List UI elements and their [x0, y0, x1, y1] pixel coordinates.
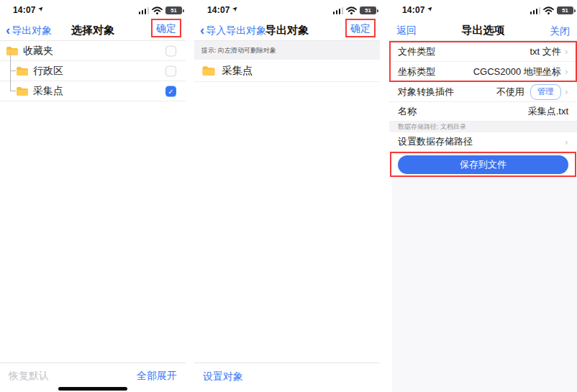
confirm-highlight-box: 确定: [151, 19, 181, 37]
battery-icon: 51: [557, 6, 573, 14]
tree-item-label: 采集点: [33, 85, 63, 98]
cellular-signal-icon: [530, 7, 541, 14]
row-coordinate-type[interactable]: 坐标类型 CGCS2000 地理坐标 ›: [389, 62, 577, 82]
checkbox-collect-points[interactable]: ✓: [165, 86, 176, 96]
tree-row-districts[interactable]: 行政区: [0, 61, 186, 81]
chevron-right-icon: ›: [565, 86, 568, 97]
row-label: 设置数据存储路径: [398, 135, 473, 148]
folder-icon: [201, 65, 216, 76]
status-icons: 51: [333, 6, 377, 14]
screen-export-objects: 14:07 ➤ 51 ‹ 导入导出对象 导出对象 确定 提示: 向左滑动可删除对…: [194, 0, 380, 392]
status-bar: 14:07 ➤ 51: [0, 0, 186, 20]
row-set-storage-path[interactable]: 设置数据存储路径 ›: [389, 132, 577, 152]
row-label: 文件类型: [398, 45, 435, 58]
nav-bar: 返回 导出选项 关闭: [389, 20, 577, 41]
tree-item-label: 收藏夹: [23, 45, 53, 58]
clock: 14:07: [207, 5, 230, 15]
tree-connector-line: [10, 53, 11, 91]
battery-icon: 51: [165, 6, 182, 14]
background-area: [392, 177, 577, 392]
row-label: 坐标类型: [398, 65, 435, 78]
page-title: 导出选项: [389, 24, 577, 37]
save-to-file-button[interactable]: 保存到文件: [398, 155, 568, 174]
checkbox-favorites[interactable]: [165, 45, 176, 56]
folder-icon: [16, 66, 29, 76]
nav-bar: ‹ 导出对象 选择对象 确定: [0, 20, 186, 41]
tree-item-label: 行政区: [33, 65, 63, 78]
chevron-right-icon: ›: [565, 66, 568, 77]
swipe-hint-text: 提示: 向左滑动可删除对象: [201, 46, 276, 55]
home-indicator: [58, 387, 127, 391]
row-name[interactable]: 名称 采集点.txt: [389, 102, 577, 122]
expand-all-button[interactable]: 全部展开: [137, 370, 177, 383]
row-value: txt 文件: [530, 45, 560, 58]
tree-connector-tick: [10, 91, 16, 91]
row-label: 对象转换插件: [398, 86, 454, 99]
screen-select-objects: 14:07 ➤ 51 ‹ 导出对象 选择对象 确定 收藏夹: [0, 0, 186, 392]
swipe-hint-banner: 提示: 向左滑动可删除对象: [194, 41, 380, 60]
tree-row-favorites[interactable]: 收藏夹: [0, 41, 186, 61]
row-value: CGCS2000 地理坐标: [473, 65, 561, 78]
row-file-type[interactable]: 文件类型 txt 文件 ›: [389, 42, 577, 62]
confirm-button[interactable]: 确定: [156, 22, 176, 34]
location-arrow-icon: ➤: [426, 4, 435, 13]
location-arrow-icon: ➤: [231, 4, 240, 13]
export-object-label: 采集点: [222, 64, 253, 78]
cellular-signal-icon: [333, 7, 344, 14]
clock: 14:07: [402, 5, 425, 15]
tree-connector-tick: [10, 70, 16, 71]
wifi-icon: [543, 6, 554, 14]
confirm-highlight-box: 确定: [345, 19, 376, 37]
confirm-button[interactable]: 确定: [350, 22, 371, 34]
tree-row-collect-points[interactable]: 采集点 ✓: [0, 81, 186, 101]
export-object-row[interactable]: 采集点: [194, 60, 380, 82]
clock: 14:07: [13, 5, 36, 15]
cellular-signal-icon: [139, 7, 150, 14]
chevron-right-icon: ›: [565, 137, 568, 147]
row-value: 不使用: [496, 86, 524, 99]
footer-bar: 设置对象: [194, 363, 380, 392]
battery-percent: 51: [165, 7, 182, 14]
footer-bar: 恢复默认 全部展开: [0, 363, 186, 392]
nav-bar: ‹ 导入导出对象 导出对象 确定: [194, 20, 380, 41]
manage-button[interactable]: 管理: [530, 84, 561, 100]
battery-percent: 51: [557, 7, 573, 14]
wifi-icon: [152, 6, 163, 14]
folder-icon: [6, 46, 19, 56]
battery-percent: 51: [360, 7, 376, 14]
row-conversion-plugin[interactable]: 对象转换插件 不使用 管理 ›: [389, 82, 577, 102]
options-list: 文件类型 txt 文件 › 坐标类型 CGCS2000 地理坐标 › 对象转换插…: [389, 42, 577, 152]
status-bar: 14:07 ➤ 51: [389, 0, 577, 20]
storage-path-strip: 数据存储路径: 文档目录: [389, 122, 577, 132]
status-bar: 14:07 ➤ 51: [194, 0, 380, 20]
close-button[interactable]: 关闭: [550, 25, 570, 37]
wifi-icon: [346, 6, 357, 14]
chevron-right-icon: ›: [565, 46, 568, 57]
reset-default-button[interactable]: 恢复默认: [9, 370, 49, 383]
row-label: 名称: [398, 105, 417, 118]
location-arrow-icon: ➤: [37, 4, 45, 13]
object-tree: 收藏夹 行政区 采集点 ✓: [0, 41, 186, 101]
battery-icon: 51: [360, 6, 376, 14]
screen-export-options: 14:07 ➤ 51 返回 导出选项 关闭 文件类型 txt 文件 ›: [389, 0, 577, 392]
row-value: 采集点.txt: [528, 105, 568, 118]
status-icons: 51: [139, 6, 183, 14]
set-objects-button[interactable]: 设置对象: [203, 370, 243, 383]
storage-path-text: 数据存储路径: 文档目录: [398, 122, 466, 132]
screenshot-canvas: 14:07 ➤ 51 ‹ 导出对象 选择对象 确定 收藏夹: [0, 0, 577, 392]
folder-icon: [16, 86, 29, 96]
status-icons: 51: [530, 6, 574, 14]
checkbox-districts[interactable]: [165, 65, 176, 76]
